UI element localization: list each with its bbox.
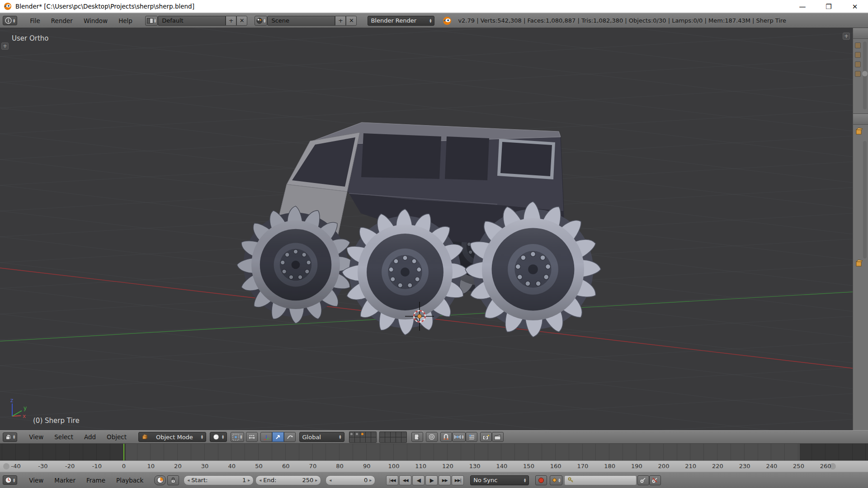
properties-header[interactable] [853,114,868,125]
proportional-edit-button[interactable] [426,432,438,442]
minimize-button[interactable]: — [789,0,816,13]
close-button[interactable]: ✕ [842,0,868,13]
menu-file[interactable]: File [24,17,46,24]
play-reverse-button[interactable]: ◀ [412,475,425,485]
layer-toggle[interactable] [391,437,396,442]
menu-object[interactable]: Object [101,433,132,441]
translate-manipulator-button[interactable] [272,432,284,442]
properties-scrollbar[interactable] [863,141,867,258]
outliner-item-icon[interactable] [855,71,861,77]
timeline-playhead[interactable] [123,444,124,460]
next-keyframe-button[interactable]: ▶▶ [439,475,451,485]
delete-layout-button[interactable]: ✕ [236,16,247,26]
start-frame-field[interactable]: ◂ Start: 1 ▸ [184,475,254,485]
menu-frame[interactable]: Frame [81,477,111,484]
outliner-item-icon[interactable] [855,52,861,58]
jump-to-start-button[interactable]: |◀◀ [386,475,398,485]
timeline-tracks[interactable] [0,444,868,460]
screen-layout-icon-button[interactable]: ▲▼ [145,16,158,26]
end-frame-field[interactable]: ◂ End: 250 ▸ [255,475,321,485]
menu-select[interactable]: Select [49,433,79,441]
mode-dropdown[interactable]: Object Mode ▲▼ [138,432,206,442]
snap-toggle-button[interactable] [440,432,452,442]
viewport-3d[interactable]: z x y User Ortho (0) Sherp Tire + + [0,28,853,430]
sync-mode-dropdown[interactable]: No Sync ▲▼ [470,475,529,485]
viewport-canvas[interactable]: z x y [0,28,853,430]
pivot-point-button[interactable]: ▲▼ [231,432,244,442]
menu-window[interactable]: Window [78,17,113,24]
menu-render[interactable]: Render [46,17,78,24]
layer-toggle[interactable] [396,432,401,437]
lock-camera-layers-button[interactable] [411,432,423,442]
layer-toggle[interactable] [385,432,390,437]
layer-toggle[interactable] [355,432,360,437]
manipulator-toggle-button[interactable] [246,432,258,442]
layer-toggle[interactable] [360,437,365,442]
layer-toggle[interactable] [371,437,376,442]
add-layout-button[interactable]: + [226,16,236,26]
layer-toggle[interactable] [401,437,406,442]
outliner-sliver[interactable] [853,28,868,114]
layer-toggle[interactable] [401,432,406,437]
outliner-scrollbar-knob[interactable] [862,71,868,76]
menu-add[interactable]: Add [79,433,101,441]
play-button[interactable]: ▶ [425,475,438,485]
previous-keyframe-button[interactable]: ◀◀ [399,475,411,485]
insert-keyframe-button[interactable] [637,475,649,485]
properties-sliver[interactable] [853,114,868,443]
layers-widget[interactable] [349,432,407,443]
decrement-arrow[interactable]: ◂ [329,478,331,483]
jump-to-end-button[interactable]: ▶▶| [452,475,464,485]
lock-frame-button[interactable] [167,475,179,485]
snap-peel-button[interactable] [466,432,477,442]
opengl-render-anim-button[interactable] [492,432,504,442]
opengl-render-button[interactable] [480,432,492,442]
snap-element-button[interactable]: ▲▼ [452,432,466,442]
outliner-item-icon[interactable] [855,61,861,67]
editor-type-selector-info[interactable]: ▲▼ [3,16,17,25]
menu-playback[interactable]: Playback [111,477,149,484]
layer-toggle[interactable] [380,432,385,437]
increment-arrow[interactable]: ▸ [315,478,317,483]
increment-arrow[interactable]: ▸ [369,478,372,483]
outliner-item-icon[interactable] [855,42,861,48]
scene-icon-button[interactable]: ▲▼ [255,16,267,26]
menu-view[interactable]: View [24,433,49,441]
render-engine-dropdown[interactable]: Blender Render ▲▼ [368,16,434,26]
layer-toggle[interactable] [366,432,371,437]
editor-type-selector-3dview[interactable]: ▲▼ [3,432,17,442]
editor-type-selector-timeline[interactable]: ▲▼ [3,475,17,485]
keying-set-selector-button[interactable]: ▲▼ [550,475,562,485]
sherp-model[interactable] [237,122,601,337]
timeline-ruler[interactable]: -40-30-20-100102030405060708090100110120… [0,460,868,472]
layer-toggle[interactable] [349,432,354,437]
add-scene-button[interactable]: + [335,16,346,26]
maximize-button[interactable]: ❐ [816,0,842,13]
increment-arrow[interactable]: ▸ [248,478,250,483]
layer-toggle[interactable] [371,432,376,437]
transform-orientation-dropdown[interactable]: Global ▲▼ [299,432,344,442]
delete-scene-button[interactable]: ✕ [346,16,357,26]
delete-keyframe-button[interactable] [649,475,661,485]
use-preview-range-button[interactable] [154,475,166,485]
current-frame-field[interactable]: ◂ 0 ▸ [326,475,375,485]
layer-toggle[interactable] [385,437,390,442]
layer-toggle[interactable] [349,437,354,442]
layer-toggle[interactable] [396,437,401,442]
menu-marker[interactable]: Marker [49,477,81,484]
outliner-header[interactable] [853,28,868,39]
translate-manipulator-axes-button[interactable] [260,432,272,442]
layer-toggle[interactable] [391,432,396,437]
menu-view-timeline[interactable]: View [24,477,49,484]
menu-help[interactable]: Help [113,17,138,24]
toolshelf-open-tab[interactable]: + [1,42,9,50]
layer-toggle[interactable] [360,432,365,437]
screen-layout-field[interactable]: Default [158,16,226,26]
decrement-arrow[interactable]: ◂ [259,478,261,483]
scene-field[interactable]: Scene [267,16,335,26]
layer-toggle[interactable] [366,437,371,442]
viewport-shading-dropdown[interactable]: ▲▼ [210,432,227,442]
layer-toggle[interactable] [380,437,385,442]
auto-keyframe-button[interactable] [535,475,547,485]
rotate-manipulator-button[interactable] [284,432,296,442]
